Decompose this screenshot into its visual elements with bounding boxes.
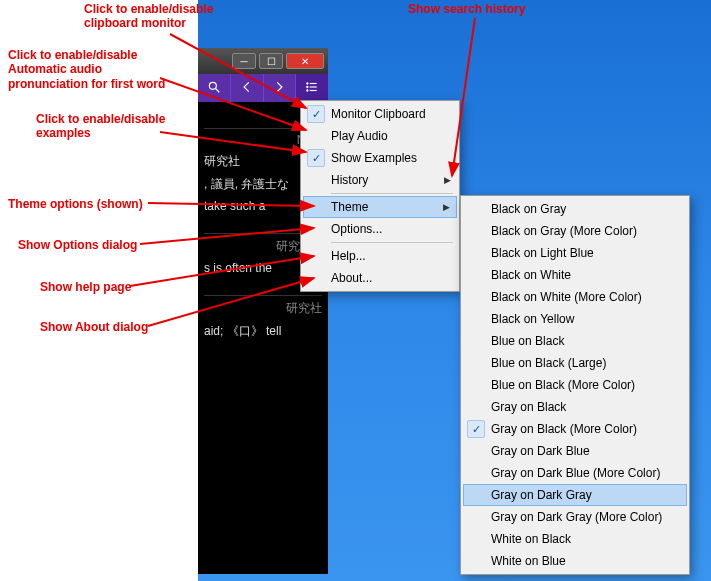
svg-point-7 (307, 89, 308, 90)
check-icon: ✓ (307, 149, 325, 167)
theme-item-label: White on Blue (491, 554, 566, 568)
theme-item-label: Black on Gray (491, 202, 566, 216)
menu-item-show-examples[interactable]: ✓ Show Examples (303, 147, 457, 169)
menu-item-theme[interactable]: Theme ▶ (303, 196, 457, 218)
theme-item[interactable]: Blue on Black (463, 330, 687, 352)
menu-item-label: Show Examples (331, 151, 417, 165)
menu-item-history[interactable]: History ▶ (303, 169, 457, 191)
theme-item[interactable]: Black on Yellow (463, 308, 687, 330)
check-icon: ✓ (467, 420, 485, 438)
theme-item[interactable]: Black on White (463, 264, 687, 286)
theme-item-label: White on Black (491, 532, 571, 546)
theme-item[interactable]: Blue on Black (Large) (463, 352, 687, 374)
menu-item-label: Help... (331, 249, 366, 263)
theme-item[interactable]: Gray on Black (463, 396, 687, 418)
theme-item[interactable]: Gray on Dark Blue (463, 440, 687, 462)
annotation-options: Show Options dialog (18, 238, 137, 252)
menu-item-about[interactable]: About... (303, 267, 457, 289)
svg-line-1 (216, 88, 220, 92)
content-header: 研究社 (204, 295, 322, 317)
theme-item[interactable]: Gray on Dark Gray (More Color) (463, 506, 687, 528)
theme-item[interactable]: Black on White (More Color) (463, 286, 687, 308)
annotation-audio: Click to enable/disable Automatic audio … (8, 48, 165, 91)
menu-separator (331, 193, 453, 194)
search-button[interactable] (198, 74, 231, 102)
annotation-about: Show About dialog (40, 320, 148, 334)
menu-item-play-audio[interactable]: Play Audio (303, 125, 457, 147)
theme-item-label: Gray on Dark Gray (491, 488, 592, 502)
menu-item-label: Play Audio (331, 129, 388, 143)
submenu-arrow-icon: ▶ (443, 202, 450, 212)
menu-separator (331, 242, 453, 243)
theme-item[interactable]: ✓Gray on Black (More Color) (463, 418, 687, 440)
main-context-menu: ✓ Monitor Clipboard Play Audio ✓ Show Ex… (300, 100, 460, 292)
annotation-help: Show help page (40, 280, 131, 294)
menu-item-options[interactable]: Options... (303, 218, 457, 240)
menu-button[interactable] (296, 74, 328, 102)
annotation-theme: Theme options (shown) (8, 197, 143, 211)
annotation-clipboard: Click to enable/disable clipboard monito… (84, 2, 213, 31)
theme-item[interactable]: Blue on Black (More Color) (463, 374, 687, 396)
check-icon: ✓ (307, 105, 325, 123)
theme-item[interactable]: Black on Gray (463, 198, 687, 220)
theme-item-label: Black on White (More Color) (491, 290, 642, 304)
annotation-examples: Click to enable/disable examples (36, 112, 165, 141)
back-button[interactable] (231, 74, 264, 102)
list-icon (305, 80, 319, 97)
theme-item-label: Blue on Black (Large) (491, 356, 606, 370)
theme-item[interactable]: White on Blue (463, 550, 687, 572)
arrow-right-icon (272, 80, 286, 97)
menu-item-label: Monitor Clipboard (331, 107, 426, 121)
theme-item-label: Gray on Dark Gray (More Color) (491, 510, 662, 524)
theme-item-label: Gray on Dark Blue (More Color) (491, 466, 660, 480)
theme-item-label: Black on Light Blue (491, 246, 594, 260)
theme-item[interactable]: White on Black (463, 528, 687, 550)
svg-point-0 (209, 82, 216, 89)
theme-item-label: Black on White (491, 268, 571, 282)
menu-item-label: Options... (331, 222, 382, 236)
close-button[interactable]: ✕ (286, 53, 324, 69)
menu-item-label: History (331, 173, 368, 187)
minimize-button[interactable]: ─ (232, 53, 256, 69)
forward-button[interactable] (264, 74, 297, 102)
theme-item-label: Gray on Black (491, 400, 566, 414)
submenu-arrow-icon: ▶ (444, 175, 451, 185)
theme-item-label: Blue on Black (More Color) (491, 378, 635, 392)
menu-item-monitor-clipboard[interactable]: ✓ Monitor Clipboard (303, 103, 457, 125)
theme-item-label: Gray on Black (More Color) (491, 422, 637, 436)
svg-point-6 (307, 86, 308, 87)
menu-item-help[interactable]: Help... (303, 245, 457, 267)
theme-item[interactable]: Gray on Dark Blue (More Color) (463, 462, 687, 484)
theme-item-label: Blue on Black (491, 334, 564, 348)
theme-item-label: Black on Yellow (491, 312, 574, 326)
arrow-left-icon (240, 80, 254, 97)
maximize-button[interactable]: ☐ (259, 53, 283, 69)
annotation-search-history: Show search history (408, 2, 525, 16)
menu-item-label: About... (331, 271, 372, 285)
theme-item-label: Gray on Dark Blue (491, 444, 590, 458)
window-titlebar: ─ ☐ ✕ (198, 48, 328, 74)
theme-item[interactable]: Black on Gray (More Color) (463, 220, 687, 242)
theme-item[interactable]: Gray on Dark Gray (463, 484, 687, 506)
theme-submenu: Black on GrayBlack on Gray (More Color)B… (460, 195, 690, 575)
theme-item[interactable]: Black on Light Blue (463, 242, 687, 264)
theme-item-label: Black on Gray (More Color) (491, 224, 637, 238)
search-icon (207, 80, 221, 97)
toolbar (198, 74, 328, 102)
content-line: aid; 《口》 tell (204, 323, 322, 340)
svg-point-5 (307, 82, 308, 83)
menu-item-label: Theme (331, 200, 368, 214)
